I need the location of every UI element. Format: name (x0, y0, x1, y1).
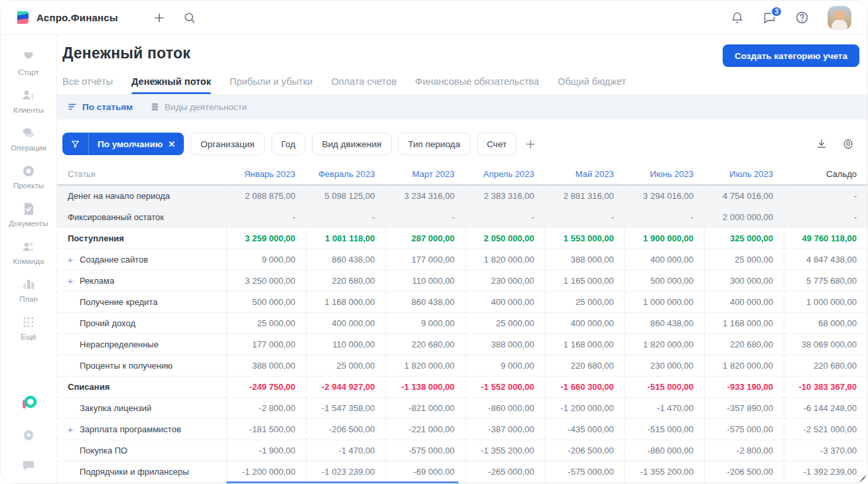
filter-chip-1[interactable]: Организация (190, 133, 264, 155)
sidebar-item-8[interactable]: Ещё (1, 309, 56, 347)
sidebar-footer (20, 394, 37, 484)
table-row-13[interactable]: Покупка ПО-1 900,00-1 470,00-575 000,00-… (57, 440, 867, 461)
month-value-cell: -1 547 358,00 (306, 398, 386, 418)
month-value-cell: 1 820 000,00 (704, 355, 784, 376)
subtab-1[interactable]: По статьям (68, 102, 133, 112)
month-value-cell: 25 000,00 (226, 313, 306, 333)
expand-row-icon[interactable]: + (66, 275, 74, 286)
tab-2[interactable]: Денежный поток (131, 76, 211, 94)
filter-row: По умолчанию ✕ ОрганизацияГодВид движени… (57, 119, 867, 163)
horizontal-scrollbar[interactable] (226, 481, 459, 484)
table-row-12[interactable]: +Зарплата программистов-181 500,00-206 5… (57, 419, 867, 440)
sidebar-item-label: Старт (18, 68, 38, 76)
tab-6[interactable]: Общий бюджет (557, 76, 626, 94)
team-icon (21, 239, 36, 255)
table-row-1[interactable]: Денег на начало периода2 088 875,005 098… (57, 186, 867, 207)
table-row-7[interactable]: Прочий доход25 000,00400 000,009 000,002… (57, 313, 867, 334)
row-label-cell: +Реклама (57, 271, 226, 291)
funnel-icon[interactable] (62, 133, 89, 155)
column-header-6[interactable]: Июнь 2023 (624, 163, 704, 184)
column-header-3[interactable]: Март 2023 (386, 163, 465, 184)
default-filter-label: По умолчанию (98, 139, 163, 149)
month-value-cell: 860 438,00 (386, 292, 465, 312)
row-label-cell: Поступления (57, 228, 226, 249)
support-chat-button[interactable] (21, 458, 36, 473)
month-value-cell: 230 000,00 (624, 355, 704, 376)
month-value-cell: 860 438,00 (624, 313, 704, 333)
remove-filter-icon[interactable]: ✕ (168, 139, 175, 149)
brand[interactable]: Аспро.Финансы (15, 10, 118, 25)
aspro-apps-button[interactable] (20, 394, 37, 412)
create-category-button[interactable]: Создать категорию учета (723, 44, 859, 67)
column-header-7[interactable]: Июль 2023 (704, 163, 784, 184)
column-header-4[interactable]: Апрель 2023 (465, 163, 545, 184)
filter-chip-5[interactable]: Счет (477, 133, 517, 155)
subtab-label: По статьям (82, 102, 133, 112)
filter-chip-2[interactable]: Год (271, 133, 306, 155)
month-value-cell: -1 900,00 (226, 440, 306, 461)
table-row-11[interactable]: Закупка лицензий-2 800,00-1 547 358,00-8… (57, 398, 867, 419)
table-row-3[interactable]: Поступления3 259 000,001 081 118,00287 0… (57, 228, 867, 249)
column-header-8[interactable]: Сальдо (784, 163, 867, 184)
messages-button[interactable]: 3 (762, 11, 776, 25)
table-row-5[interactable]: +Реклама3 250 000,00220 680,00110 000,00… (57, 271, 867, 292)
sidebar-item-7[interactable]: План (1, 271, 56, 309)
column-header-2[interactable]: Февраль 2023 (306, 163, 386, 184)
month-value-cell: -357 890,00 (704, 398, 784, 418)
row-label-cell: Нераспределенные (57, 334, 226, 355)
tab-4[interactable]: Оплата счетов (331, 76, 396, 94)
month-value-cell: 3 294 016,00 (624, 186, 704, 206)
tab-3[interactable]: Прибыли и убытки (230, 76, 313, 94)
sidebar-item-4[interactable]: Проекты (1, 158, 56, 196)
expand-row-icon[interactable]: + (66, 254, 74, 265)
table-row-8[interactable]: Нераспределенные177 000,00110 000,00220 … (57, 334, 867, 355)
saldo-value-cell: - (784, 186, 867, 206)
export-button[interactable] (816, 138, 828, 150)
sidebar-item-1[interactable]: Старт (1, 44, 56, 82)
table-settings-button[interactable] (842, 138, 854, 150)
filter-chip-4[interactable]: Тип периода (398, 133, 470, 155)
row-label-cell: Покупка ПО (57, 440, 226, 461)
settings-button[interactable] (21, 428, 36, 442)
month-value-cell: -1 023 239,00 (306, 461, 386, 482)
add-filter-button[interactable] (524, 138, 537, 151)
filter-chip-3[interactable]: Вид движения (312, 133, 392, 155)
expand-row-icon[interactable]: + (66, 424, 74, 435)
table-row-14[interactable]: Подрядчики и фрилансеры-1 200 000,00-1 0… (57, 461, 867, 483)
table-row-10[interactable]: Списания-249 750,00-2 944 927,00-1 138 0… (57, 377, 867, 398)
sidebar: СтартКлиентыОперацииПроектыДокументыКома… (1, 35, 57, 484)
plus-icon (153, 11, 166, 25)
table-row-6[interactable]: Получение кредита500 000,001 168 000,008… (57, 292, 867, 313)
help-button[interactable] (795, 11, 809, 25)
column-header-1[interactable]: Январь 2023 (226, 163, 306, 184)
month-value-cell: -1 660 300,00 (545, 377, 624, 397)
sidebar-item-6[interactable]: Команда (1, 233, 56, 271)
month-value-cell: 388 000,00 (465, 334, 545, 355)
month-value-cell: - (545, 207, 624, 227)
quick-add-button[interactable] (153, 11, 166, 25)
column-header-5[interactable]: Май 2023 (545, 163, 624, 184)
month-value-cell: 25 000,00 (704, 249, 784, 270)
month-value-cell: 388 000,00 (226, 355, 306, 376)
table-row-9[interactable]: Проценты к получению388 000,0025 000,001… (57, 355, 867, 377)
default-filter-chip[interactable]: По умолчанию ✕ (62, 133, 184, 155)
month-value-cell: -1 355 200,00 (465, 440, 545, 461)
user-avatar[interactable] (828, 6, 851, 30)
row-label-cell: Проценты к получению (57, 355, 226, 376)
month-value-cell: 400 000,00 (704, 292, 784, 312)
sidebar-item-label: Операции (11, 144, 46, 152)
table-row-2[interactable]: Фиксированный остаток------2 000 000,00- (57, 207, 867, 228)
sidebar-item-5[interactable]: Документы (1, 196, 56, 233)
table-row-4[interactable]: +Создание сайтов9 000,00860 438,00177 00… (57, 249, 867, 271)
tab-1[interactable]: Все отчёты (62, 76, 113, 94)
month-value-cell: 1 168 000,00 (545, 334, 624, 355)
month-value-cell: -1 470,00 (306, 440, 386, 461)
sidebar-item-2[interactable]: Клиенты (1, 82, 56, 120)
sidebar-item-3[interactable]: Операции (1, 120, 56, 158)
subtab-label: Виды деятельности (165, 102, 247, 112)
notifications-button[interactable] (731, 11, 744, 25)
subtab-2[interactable]: Виды деятельности (150, 102, 247, 112)
search-button[interactable] (183, 11, 196, 24)
sidebar-item-label: Клиенты (13, 106, 44, 114)
tab-5[interactable]: Финансовые обязательства (415, 76, 540, 94)
